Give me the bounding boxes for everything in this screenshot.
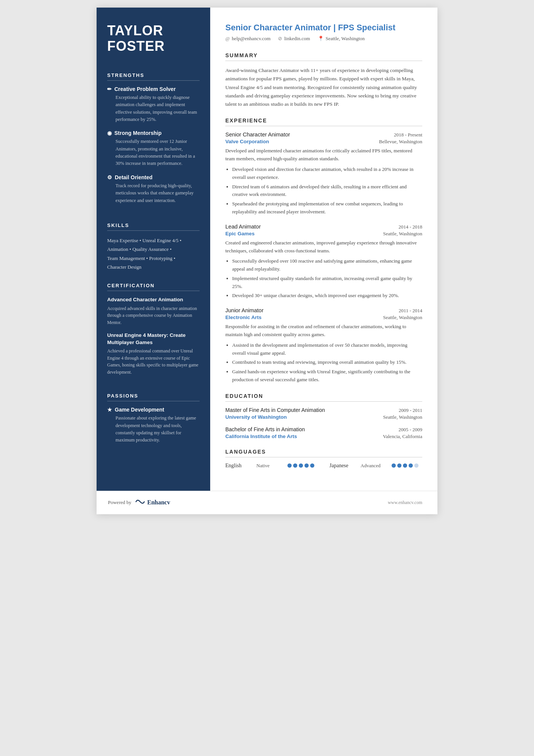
pencil-icon: ✏ bbox=[107, 86, 112, 92]
exp-bullet-1-2: Directed team of 6 animators and develop… bbox=[232, 183, 422, 199]
exp-dates-1: 2018 - Present bbox=[394, 132, 422, 138]
experience-section-title: EXPERIENCE bbox=[225, 117, 422, 126]
email-icon: @ bbox=[225, 36, 230, 42]
skills-section: SKILLS Maya Expertise • Unreal Engine 4/… bbox=[107, 222, 200, 272]
exp-bullet-1-3: Spearheaded the prototyping and implemen… bbox=[232, 200, 422, 216]
exp-location-1: Bellevue, Washington bbox=[379, 139, 422, 145]
strength-desc-1: Exceptional ability to quickly diagnose … bbox=[107, 94, 200, 124]
edu-header-1: Master of Fine Arts in Computer Animatio… bbox=[225, 407, 422, 413]
edu-degree-2: Bachelor of Fine Arts in Animation bbox=[225, 426, 305, 432]
exp-company-row-1: Valve Corporation Bellevue, Washington bbox=[225, 139, 422, 145]
edu-school-2: California Institute of the Arts bbox=[225, 434, 297, 440]
lang-level-1: Native bbox=[256, 463, 283, 469]
experience-entry-2: Lead Animator 2014 - 2018 Epic Games Sea… bbox=[225, 224, 422, 300]
lang-dot-2-4 bbox=[409, 463, 413, 468]
contact-location: 📍 Seattle, Washington bbox=[318, 36, 365, 42]
exp-summary-3: Responsible for assisting in the creatio… bbox=[225, 323, 422, 339]
summary-section-title: SUMMARY bbox=[225, 52, 422, 61]
strength-title-1: ✏ Creative Problem Solver bbox=[107, 86, 200, 92]
lang-dot-2-1 bbox=[392, 463, 396, 468]
cert-item-1: Advanced Character Animation Accquired a… bbox=[107, 296, 200, 326]
exp-dates-2: 2014 - 2018 bbox=[398, 224, 422, 230]
strengths-section: STRENGTHS ✏ Creative Problem Solver Exce… bbox=[107, 72, 200, 211]
footer: Powered by Enhancv www.enhancv.com bbox=[97, 491, 437, 514]
star-icon: ★ bbox=[107, 407, 112, 413]
strength-item-2: ◉ Strong Mentorship Successfully mentore… bbox=[107, 130, 200, 167]
strength-desc-2: Successfully mentored over 12 Junior Ani… bbox=[107, 138, 200, 167]
exp-bullet-3-2: Contributed to team testing and reviewin… bbox=[232, 358, 422, 366]
contact-row: @ help@enhancv.com ⊘ linkedin.com 📍 Seat… bbox=[225, 36, 422, 42]
education-entry-2: Bachelor of Fine Arts in Animation 2005 … bbox=[225, 426, 422, 440]
linkedin-icon: ⊘ bbox=[278, 36, 282, 42]
edu-school-1: University of Washington bbox=[225, 414, 287, 420]
lang-dot-1-5 bbox=[310, 463, 314, 468]
lang-dot-1-2 bbox=[293, 463, 297, 468]
lang-dot-1-4 bbox=[304, 463, 309, 468]
exp-location-2: Seattle, Washington bbox=[383, 231, 422, 237]
lang-dot-2-2 bbox=[397, 463, 401, 468]
cert-item-2: Unreal Engine 4 Mastery: Create Multipla… bbox=[107, 332, 200, 376]
exp-bullet-1-1: Developed vision and direction for chara… bbox=[232, 166, 422, 182]
exp-dates-3: 2011 - 2014 bbox=[399, 308, 422, 314]
enhancv-logo-icon bbox=[135, 498, 145, 507]
contact-email: @ help@enhancv.com bbox=[225, 36, 270, 42]
exp-company-row-3: Electronic Arts Seattle, Washington bbox=[225, 315, 422, 321]
exp-job-title-2: Lead Animator bbox=[225, 224, 261, 230]
passion-desc-1: Passionate about exploring the latest ga… bbox=[107, 415, 200, 444]
enhancv-logo-text: Enhancv bbox=[147, 499, 170, 506]
edu-dates-1: 2009 - 2011 bbox=[399, 407, 422, 413]
lang-dot-2-5 bbox=[414, 463, 418, 468]
language-item-1: English Native bbox=[225, 463, 314, 469]
strength-item-3: ⚙ Detail Oriented Track record for produ… bbox=[107, 174, 200, 204]
certification-title: CERTIFICATION bbox=[107, 283, 200, 291]
cert-desc-2: Achieved a professional command over Unr… bbox=[107, 347, 200, 376]
exp-bullets-1: Developed vision and direction for chara… bbox=[225, 166, 422, 216]
contact-linkedin: ⊘ linkedin.com bbox=[278, 36, 310, 42]
powered-by-text: Powered by bbox=[108, 499, 131, 506]
detail-icon: ⚙ bbox=[107, 174, 112, 180]
lang-dots-2 bbox=[392, 463, 418, 468]
skills-title: SKILLS bbox=[107, 222, 200, 231]
experience-entry-1: Senior Character Animator 2018 - Present… bbox=[225, 131, 422, 216]
edu-header-2: Bachelor of Fine Arts in Animation 2005 … bbox=[225, 426, 422, 433]
education-section-title: EDUCATION bbox=[225, 393, 422, 402]
job-title: Senior Character Animator | FPS Speciali… bbox=[225, 23, 422, 33]
lang-name-2: Japanese bbox=[329, 463, 356, 469]
exp-company-row-2: Epic Games Seattle, Washington bbox=[225, 231, 422, 237]
strength-title-2: ◉ Strong Mentorship bbox=[107, 130, 200, 136]
exp-location-3: Seattle, Washington bbox=[383, 315, 422, 321]
exp-summary-1: Developed and implemented character anim… bbox=[225, 147, 422, 163]
candidate-name: TAYLOR FOSTER bbox=[107, 23, 200, 54]
exp-bullet-3-1: Assisted in the development and implemen… bbox=[232, 341, 422, 357]
exp-header-3: Junior Animator 2011 - 2014 bbox=[225, 307, 422, 314]
cert-title-1: Advanced Character Animation bbox=[107, 296, 200, 303]
lang-level-2: Advanced bbox=[361, 463, 387, 469]
exp-bullet-2-3: Developed 30+ unique character designs, … bbox=[232, 292, 422, 300]
edu-dates-2: 2005 - 2009 bbox=[398, 427, 422, 433]
mentorship-icon: ◉ bbox=[107, 130, 112, 136]
strength-desc-3: Track record for producing high-quality,… bbox=[107, 182, 200, 204]
exp-summary-2: Created and engineered character animati… bbox=[225, 239, 422, 255]
experience-entry-3: Junior Animator 2011 - 2014 Electronic A… bbox=[225, 307, 422, 384]
cert-title-2: Unreal Engine 4 Mastery: Create Multipla… bbox=[107, 332, 200, 346]
passions-section: PASSIONS ★ Game Development Passionate a… bbox=[107, 393, 200, 449]
summary-text: Award-winning Character Animator with 11… bbox=[225, 66, 422, 108]
exp-bullet-3-3: Gained hands-on experience working with … bbox=[232, 368, 422, 384]
footer-left: Powered by Enhancv bbox=[108, 498, 170, 507]
lang-dot-2-3 bbox=[403, 463, 407, 468]
location-icon: 📍 bbox=[318, 36, 324, 42]
main-content: Senior Character Animator | FPS Speciali… bbox=[210, 8, 437, 514]
passion-item-1: ★ Game Development Passionate about expl… bbox=[107, 407, 200, 444]
exp-bullet-2-2: Implemented structured quality standards… bbox=[232, 275, 422, 291]
exp-job-title-1: Senior Character Animator bbox=[225, 131, 290, 138]
skills-text: Maya Expertise • Unreal Engine 4/5 • Ani… bbox=[107, 236, 200, 272]
exp-bullets-2: Successfully developed over 100 reactive… bbox=[225, 257, 422, 300]
passion-title-1: ★ Game Development bbox=[107, 407, 200, 413]
exp-header-1: Senior Character Animator 2018 - Present bbox=[225, 131, 422, 138]
edu-degree-1: Master of Fine Arts in Computer Animatio… bbox=[225, 407, 325, 413]
exp-company-1: Valve Corporation bbox=[225, 139, 269, 144]
lang-name-1: English bbox=[225, 463, 252, 469]
footer-website: www.enhancv.com bbox=[388, 500, 422, 506]
lang-dot-1-3 bbox=[299, 463, 303, 468]
exp-bullet-2-1: Successfully developed over 100 reactive… bbox=[232, 257, 422, 273]
